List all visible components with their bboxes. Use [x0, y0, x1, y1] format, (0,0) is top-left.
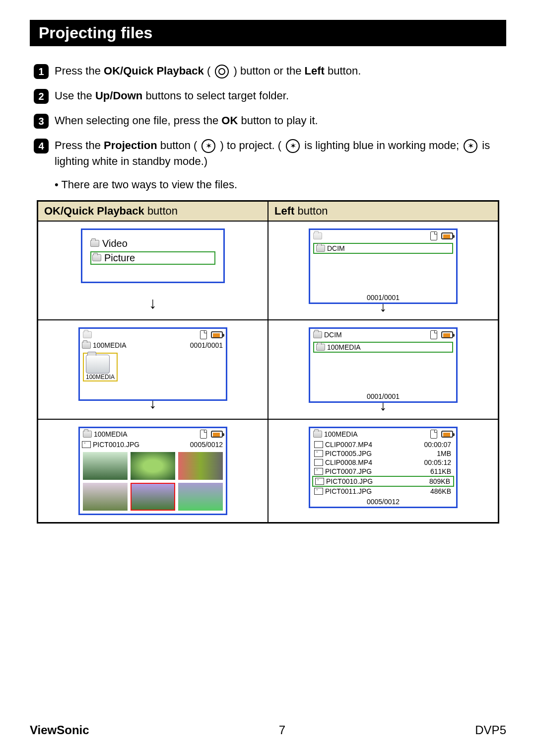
thumbnail-selected: [131, 483, 175, 511]
screen-dcim-100media: DCIM 100MEDIA 0001/0001: [309, 327, 458, 403]
screen-file-list: 100MEDIA CLIP0007.MP400:00:07PICT0005.JP…: [309, 427, 458, 508]
label-100media: 100MEDIA: [324, 430, 358, 438]
text: button: [294, 205, 328, 217]
step-2: 2 Use the Up/Down buttons to select targ…: [34, 88, 506, 104]
screen-100media-left: 100MEDIA0001/0001 100MEDIA: [78, 327, 227, 401]
picture-icon: [314, 488, 323, 495]
file-meta: 611KB: [430, 467, 451, 475]
text: Use the: [55, 89, 95, 102]
text-bold: OK: [221, 114, 238, 127]
file-name: PICT0010.JPG: [93, 441, 139, 449]
list-item: PICT0005.JPG1MB: [312, 449, 454, 458]
folder-big-icon: [86, 355, 110, 374]
text: Press the: [55, 65, 104, 77]
folder-icon: [313, 331, 322, 338]
folder-icon: [313, 431, 322, 438]
video-icon: [314, 459, 323, 466]
arrow-down-icon: ↓: [149, 297, 157, 310]
text-bold: OK/Quick Playback: [104, 65, 204, 77]
picture-icon: [315, 478, 324, 485]
table-row: 100MEDIA0001/0001 100MEDIA ↓ DCIM 100MED…: [38, 320, 498, 420]
text-bold: Left: [274, 205, 294, 217]
cell-left-1: Video Picture ↓: [38, 222, 268, 320]
bullet-note: There are two ways to view the files.: [55, 178, 506, 191]
cell-left-2: 100MEDIA0001/0001 100MEDIA ↓: [38, 320, 268, 419]
file-name: PICT0011.JPG: [325, 487, 372, 495]
table-row: 100MEDIA PICT0010.JPG0005/0012 100MEDIA: [38, 420, 498, 522]
picture-icon: [314, 450, 323, 457]
text: button: [144, 205, 178, 217]
projector-icon: [464, 139, 477, 153]
file-meta: 809KB: [429, 477, 450, 485]
counter: 0005/0012: [310, 496, 456, 507]
section-title: Projecting files: [30, 20, 506, 46]
file-meta: 1MB: [437, 450, 451, 457]
record-icon: [215, 65, 229, 78]
file-name: PICT0007.JPG: [325, 467, 372, 475]
table-row: Video Picture ↓ DCIM 0001/0001 ↓: [38, 222, 498, 321]
footer-brand: ViewSonic: [30, 723, 89, 737]
step-4: 4 Press the Projection button ( ) to pro…: [34, 138, 506, 169]
table-header: OK/Quick Playback button Left button: [38, 202, 498, 222]
file-meta: 00:05:12: [424, 458, 452, 466]
folder-icon: [82, 342, 91, 349]
file-list-body: CLIP0007.MP400:00:07PICT0005.JPG1MBCLIP0…: [310, 440, 456, 496]
sdcard-icon: [430, 430, 437, 439]
list-item: CLIP0008.MP400:05:12: [312, 458, 454, 467]
battery-icon: [441, 331, 453, 338]
folder-icon: [92, 254, 101, 261]
label-dcim: DCIM: [324, 331, 342, 339]
counter: 0001/0001: [190, 341, 223, 349]
step-num-2: 2: [34, 89, 49, 104]
text: ) to project. (: [217, 139, 284, 151]
text: button.: [325, 65, 361, 77]
file-name: PICT0005.JPG: [325, 450, 372, 457]
picture-icon: [314, 468, 323, 475]
list-item: PICT0007.JPG611KB: [312, 467, 454, 476]
label-100media: 100MEDIA: [93, 341, 127, 349]
file-meta: 00:00:07: [424, 441, 452, 449]
screen-video-picture: Video Picture: [81, 228, 225, 283]
list-item: PICT0011.JPG486KB: [312, 487, 454, 496]
battery-icon: [441, 232, 453, 239]
step-num-4: 4: [34, 139, 49, 153]
text-bold: Up/Down: [95, 89, 142, 102]
label-dcim: DCIM: [327, 244, 345, 252]
text: ) button or the: [230, 65, 304, 77]
video-icon: [314, 441, 323, 448]
step-3: 3 When selecting one file, press the OK …: [34, 113, 506, 129]
text: button (: [157, 139, 201, 151]
step-num-3: 3: [34, 114, 49, 129]
projector-icon: [201, 139, 215, 153]
folder-icon: [90, 240, 99, 247]
battery-icon: [441, 431, 453, 438]
projector-icon: [286, 139, 300, 153]
footer-page: 7: [279, 723, 285, 737]
screen-dcim: DCIM 0001/0001: [309, 228, 458, 304]
thumbnail: [178, 483, 223, 511]
text: When selecting one file, press the: [55, 114, 221, 127]
label-100media: 100MEDIA: [94, 430, 128, 438]
list-item: CLIP0007.MP400:00:07: [312, 440, 454, 449]
counter: 0001/0001: [310, 292, 456, 302]
text: button to play it.: [238, 114, 318, 127]
file-name: CLIP0007.MP4: [325, 441, 372, 449]
header-right: Left button: [268, 202, 498, 221]
text: Press the: [55, 139, 104, 151]
thumbnail: [131, 452, 175, 480]
header-left: OK/Quick Playback button: [38, 202, 268, 221]
cell-left-3: 100MEDIA PICT0010.JPG0005/0012: [38, 420, 268, 522]
text: is lighting blue in working mode;: [301, 139, 462, 151]
step-1: 1 Press the OK/Quick Playback ( ) button…: [34, 63, 506, 79]
picture-icon: [82, 441, 91, 448]
list-item: PICT0010.JPG809KB: [312, 476, 454, 487]
text: buttons to select target folder.: [142, 89, 289, 102]
label-100media: 100MEDIA: [327, 343, 361, 351]
page-footer: ViewSonic 7 DVP5: [30, 723, 506, 737]
sdcard-icon: [430, 231, 437, 240]
counter: 0005/0012: [190, 441, 223, 449]
folder-icon: [83, 431, 92, 438]
counter: 0001/0001: [310, 390, 456, 401]
cell-right-2: DCIM 100MEDIA 0001/0001 ↓: [268, 320, 498, 419]
sdcard-icon: [200, 430, 207, 439]
